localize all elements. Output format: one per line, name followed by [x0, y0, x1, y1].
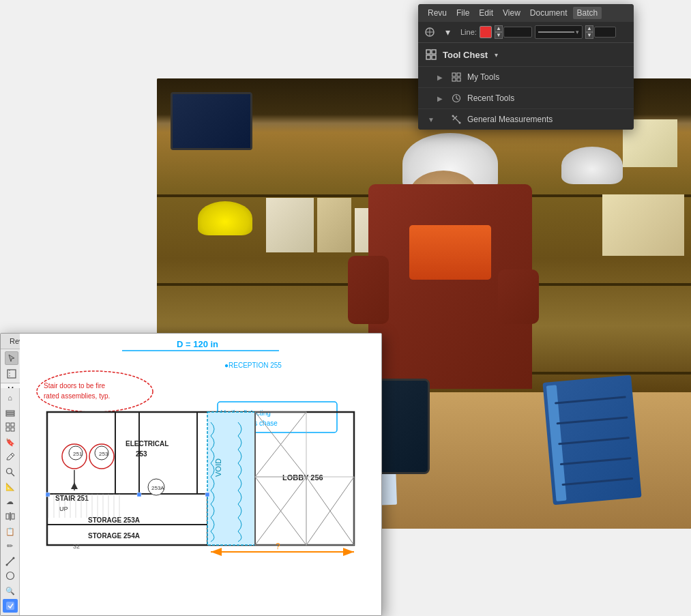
room-num-253: 253	[99, 451, 108, 457]
binder-ring-4	[560, 457, 632, 465]
sidebar-markup-icon[interactable]	[3, 450, 18, 464]
zoom-input[interactable]: 100%	[503, 27, 532, 38]
svg-rect-8	[457, 73, 460, 76]
revu-left-sidebar: ⌂ 🔖	[1, 388, 20, 615]
svg-rect-3	[426, 50, 430, 54]
sidebar-ellipse-icon[interactable]	[3, 570, 18, 583]
win-tool-cursor[interactable]	[5, 351, 18, 365]
gen-meas-chevron-icon: ▼	[428, 116, 435, 123]
color-swatch[interactable]	[480, 26, 492, 38]
line-label: Line:	[460, 28, 477, 36]
svg-rect-30	[12, 514, 14, 519]
win-snap-icon[interactable]	[5, 367, 18, 381]
svg-rect-4	[432, 50, 436, 54]
svg-line-31	[7, 558, 14, 565]
sidebar-drawing-icon[interactable]: ✏	[3, 540, 18, 553]
thickness-input[interactable]: 0.	[594, 27, 616, 38]
room-num-253a: 253A	[151, 485, 164, 491]
annotation-text-2: rated assemblies, typ.	[44, 392, 110, 400]
box-right-2	[602, 194, 684, 256]
worker-arm-right	[498, 269, 539, 324]
electrical-num: 253	[136, 450, 147, 458]
svg-rect-9	[452, 78, 456, 81]
svg-point-33	[12, 557, 14, 559]
select-handle-tr	[205, 493, 209, 497]
thickness-up[interactable]: ▲	[585, 25, 593, 32]
sidebar-home-icon[interactable]: ⌂	[3, 391, 18, 405]
menu-view[interactable]: View	[499, 7, 525, 19]
svg-rect-24	[11, 428, 14, 431]
recent-tools-icon	[451, 93, 462, 104]
line-style-chevron: ▾	[576, 29, 579, 35]
sidebar-bookmark-icon[interactable]: 🔖	[3, 435, 18, 449]
recent-tools-chevron-icon: ▶	[437, 95, 443, 102]
svg-rect-5	[426, 55, 430, 59]
zoom-control: ▲ ▼ 100%	[495, 25, 532, 39]
svg-rect-23	[6, 428, 10, 431]
worker-arm-left	[348, 256, 389, 324]
general-measurements-item[interactable]: ▼ General Measurements	[418, 109, 634, 130]
up-label: UP	[59, 505, 68, 512]
reception-label: ●RECEPTION 255	[224, 362, 282, 369]
my-tools-item[interactable]: ▶ My Tools	[418, 67, 634, 88]
svg-point-32	[5, 563, 8, 566]
zoom-up[interactable]: ▲	[495, 25, 503, 32]
line-style-selector[interactable]: ▾	[535, 25, 583, 39]
recent-tools-label: Recent Tools	[467, 93, 627, 103]
svg-line-25	[11, 454, 13, 456]
sidebar-line-icon[interactable]	[3, 555, 18, 568]
svg-rect-10	[457, 78, 460, 81]
tool-chest-icon	[425, 48, 437, 61]
thickness-down[interactable]: ▼	[585, 32, 593, 39]
sidebar-thumbnails-icon[interactable]	[3, 421, 18, 435]
gen-meas-label: General Measurements	[467, 115, 627, 124]
revu-top-toolbar: Revu File Edit View Document Batch ▾ Lin…	[418, 4, 634, 130]
my-tools-icon	[451, 72, 462, 83]
sidebar-layers-icon[interactable]	[3, 406, 18, 420]
sidebar-measurements-icon[interactable]: 📐	[3, 480, 18, 494]
menu-edit[interactable]: Edit	[475, 7, 497, 19]
binder-ring-5	[561, 478, 633, 486]
stair-dim-32: 32	[73, 543, 80, 550]
sidebar-active-icon[interactable]	[3, 599, 18, 613]
sidebar-zoom-icon[interactable]: 🔍	[3, 584, 18, 598]
electrical-label: ELECTRICAL	[126, 440, 168, 448]
svg-rect-6	[432, 55, 436, 59]
revu-toolstrip: ▾ Line: ▲ ▼ 100% ▾ ▲ ▼ 0.	[418, 22, 634, 43]
my-tools-label: My Tools	[467, 72, 627, 82]
thickness-spinner: ▲ ▼	[585, 25, 593, 39]
line-style-preview	[538, 31, 574, 33]
menu-document[interactable]: Document	[526, 7, 572, 19]
svg-point-15	[458, 122, 460, 124]
svg-rect-16	[8, 370, 16, 378]
sidebar-properties-icon[interactable]: 📋	[3, 525, 18, 538]
recent-tools-item[interactable]: ▶ Recent Tools	[418, 88, 634, 109]
sidebar-compare-icon[interactable]	[3, 510, 18, 523]
svg-rect-18	[6, 411, 14, 412]
binder-ring-2	[557, 416, 628, 424]
zoom-down[interactable]: ▼	[495, 32, 503, 39]
sidebar-cloud-icon[interactable]: ☁	[3, 495, 18, 509]
select-handle-tl	[46, 493, 50, 497]
worker-shirt	[409, 225, 491, 280]
measurement-tool-icon[interactable]	[422, 25, 437, 40]
tool-chest-chevron-icon[interactable]: ▾	[495, 51, 498, 59]
storage-254a-label: STORAGE 254A	[88, 532, 140, 540]
revu-content-area: ⌂ 🔖	[1, 396, 381, 616]
binder	[542, 375, 641, 505]
dropdown-arrow-icon[interactable]: ▾	[440, 25, 455, 40]
zoom-spinner: ▲ ▼	[495, 25, 503, 39]
menu-revu[interactable]: Revu	[424, 7, 451, 19]
box-1	[266, 198, 314, 252]
svg-rect-22	[11, 423, 14, 426]
gen-meas-icon	[451, 114, 462, 125]
svg-point-26	[6, 468, 12, 473]
tool-chest-header[interactable]: Tool Chest ▾	[418, 43, 634, 67]
menu-file[interactable]: File	[452, 7, 473, 19]
sidebar-search-icon[interactable]	[3, 465, 18, 479]
svg-line-27	[11, 473, 14, 476]
room-num-251: 251	[73, 451, 83, 457]
void-label: VOID	[214, 458, 222, 477]
yellow-hardhat	[198, 201, 252, 235]
menu-batch[interactable]: Batch	[573, 7, 602, 19]
